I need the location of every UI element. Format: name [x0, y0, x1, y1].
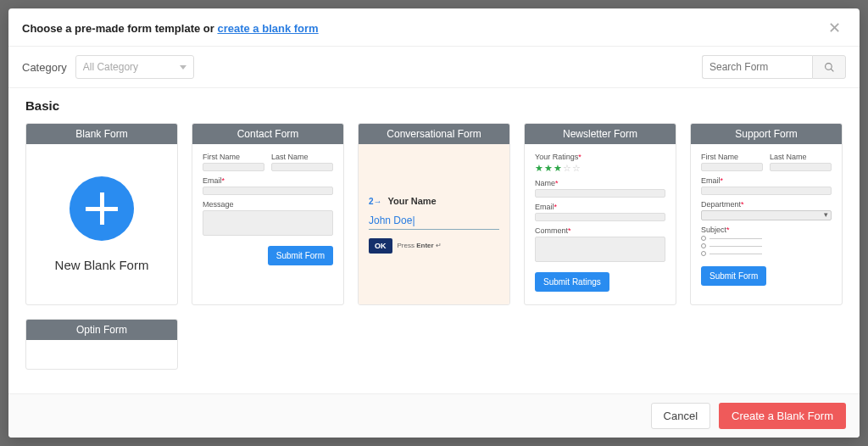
field-label: First Name: [701, 153, 763, 161]
step-number: 2→: [369, 197, 382, 206]
field-label: First Name: [203, 153, 264, 161]
chevron-down-icon: [180, 65, 186, 70]
plus-icon: [70, 176, 134, 241]
template-card-newsletter[interactable]: Newsletter Form Your Ratings* ★★★☆☆ Name…: [524, 123, 676, 305]
field-label: Last Name: [271, 153, 333, 161]
create-blank-button[interactable]: Create a Blank Form: [719, 403, 846, 429]
modal-title: Choose a pre-made form template or creat…: [22, 22, 319, 35]
template-card-contact[interactable]: Contact Form First Name Last Name Email*…: [192, 123, 344, 305]
field-label: Last Name: [770, 153, 832, 161]
modal-footer: Cancel Create a Blank Form: [8, 393, 860, 438]
field-label: Your Ratings*: [535, 153, 665, 161]
search-group: [702, 55, 846, 79]
field-label: Email*: [203, 176, 333, 185]
modal-title-prefix: Choose a pre-made form template or: [22, 22, 217, 35]
field-input: [271, 163, 333, 171]
search-icon: [824, 62, 835, 73]
submit-button: Submit Form: [701, 266, 766, 286]
card-body: First Name Last Name Email* Department* …: [691, 144, 842, 304]
svg-line-1: [831, 69, 833, 71]
category-select[interactable]: All Category: [75, 55, 194, 79]
field-input: [203, 163, 264, 171]
category-placeholder: All Category: [83, 61, 138, 73]
field-input: [701, 163, 763, 171]
modal-body: Basic Blank Form New Blank Form Contact …: [8, 88, 860, 393]
template-card-support[interactable]: Support Form First Name Last Name Email*…: [690, 123, 843, 305]
conv-question: 2→ Your Name: [369, 196, 499, 206]
card-head: Contact Form: [192, 124, 343, 144]
card-body: New Blank Form: [26, 144, 177, 304]
submit-button: Submit Form: [268, 246, 333, 265]
card-head: Blank Form: [26, 124, 177, 144]
field-select: [701, 210, 832, 220]
radio-option: [701, 251, 832, 256]
cancel-button[interactable]: Cancel: [651, 403, 710, 429]
field-textarea: [535, 237, 665, 262]
field-input: [535, 189, 665, 198]
modal-toolbar: Category All Category: [8, 47, 860, 88]
card-body: [26, 340, 177, 369]
card-body: First Name Last Name Email* Message Subm…: [192, 144, 343, 304]
conv-ok-row: OK Press Enter ↵: [369, 238, 499, 254]
card-head: Optin Form: [26, 320, 177, 340]
field-label: Name*: [535, 179, 665, 187]
field-label: Department*: [701, 200, 832, 209]
field-input: [203, 187, 333, 195]
field-input: [770, 163, 832, 171]
ok-button: OK: [369, 238, 392, 254]
field-input: [535, 213, 665, 221]
category-label: Category: [22, 61, 67, 74]
submit-button: Submit Ratings: [535, 272, 609, 292]
radio-option: [701, 236, 832, 241]
card-body: 2→ Your Name John Doe OK Press Enter ↵: [359, 144, 509, 304]
conv-hint: Press Enter ↵: [398, 242, 442, 249]
template-card-optin[interactable]: Optin Form: [25, 319, 178, 370]
star-rating: ★★★☆☆: [535, 163, 665, 174]
card-body: Your Ratings* ★★★☆☆ Name* Email* Comment…: [525, 144, 676, 304]
field-label: Comment*: [535, 226, 665, 235]
template-card-conversational[interactable]: Conversational Form 2→ Your Name John Do…: [358, 123, 510, 305]
field-label: Email*: [701, 176, 832, 185]
modal-header: Choose a pre-made form template or creat…: [8, 8, 860, 47]
field-label: Message: [203, 200, 333, 209]
template-card-blank[interactable]: Blank Form New Blank Form: [25, 123, 178, 305]
question-text: Your Name: [387, 196, 436, 206]
card-head: Support Form: [691, 124, 842, 144]
field-input: [701, 187, 832, 195]
template-grid: Blank Form New Blank Form Contact Form F…: [25, 123, 843, 370]
search-button[interactable]: [812, 55, 846, 79]
search-input[interactable]: [702, 55, 812, 79]
radio-option: [701, 243, 832, 248]
toolbar-left: Category All Category: [22, 55, 194, 79]
card-head: Newsletter Form: [525, 124, 676, 144]
field-label: Email*: [535, 203, 665, 211]
blank-form-label: New Blank Form: [55, 258, 149, 272]
template-chooser-modal: Choose a pre-made form template or creat…: [8, 8, 860, 438]
svg-point-0: [825, 63, 832, 70]
field-label: Subject*: [701, 226, 832, 234]
close-icon[interactable]: ✕: [823, 17, 846, 39]
conv-input-value: John Doe: [369, 215, 499, 230]
card-head: Conversational Form: [359, 124, 509, 144]
section-title: Basic: [25, 98, 843, 113]
create-blank-link[interactable]: create a blank form: [217, 22, 318, 35]
field-textarea: [203, 210, 333, 236]
